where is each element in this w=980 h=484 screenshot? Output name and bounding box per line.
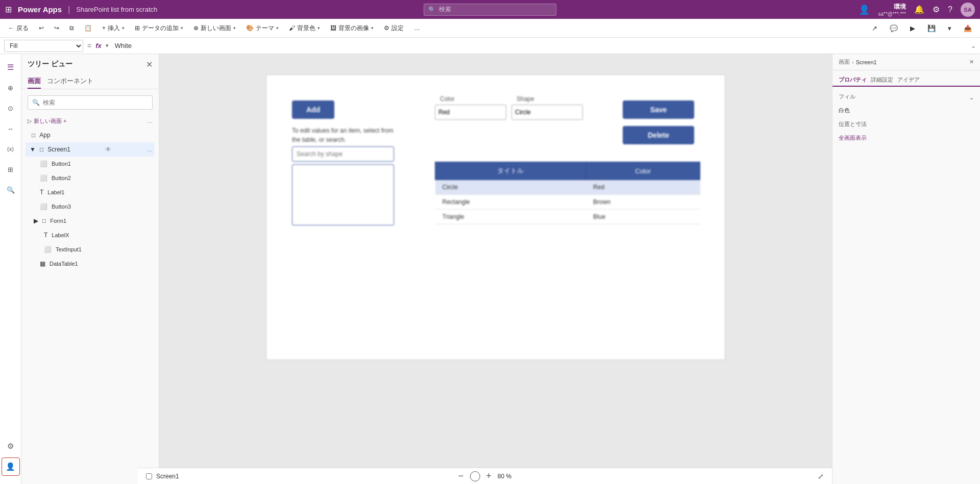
chevron-formula-icon[interactable]: ▾ [106, 42, 109, 49]
canvas-delete-button[interactable]: Delete [623, 126, 694, 144]
expand-formula-icon[interactable]: ⌄ [971, 42, 976, 49]
chevron-down-toolbar[interactable]: ▾ [944, 21, 955, 35]
home-circle-button[interactable] [470, 471, 480, 481]
form-tree-icon: □ [42, 217, 46, 224]
right-panel-tabs: プロパティ 詳細設定 アイデア [832, 70, 980, 87]
insert-button[interactable]: + 挿入 ▾ [98, 21, 129, 35]
tree-item-textinput1[interactable]: ⬜ TextInput1 [26, 242, 155, 257]
redo-button[interactable]: ↪ [50, 21, 63, 35]
canvas-save-button[interactable]: Save [623, 100, 694, 119]
preview-button[interactable]: ▶ [906, 21, 919, 35]
bg-image-icon: 🖼 [330, 24, 336, 32]
table-cell: Brown [586, 195, 700, 210]
canvas-add-button[interactable]: Add [292, 100, 334, 119]
right-panel-close-icon[interactable]: ✕ [969, 59, 974, 65]
chevron-down-icon: ▾ [233, 26, 236, 31]
copy-button[interactable]: ⧉ [65, 21, 78, 35]
settings-button[interactable]: ⚙ 設定 [380, 21, 408, 35]
flows-icon-btn[interactable]: ↔ [2, 119, 20, 138]
table-row[interactable]: Triangle Blue [435, 210, 700, 224]
tree-item-button3[interactable]: ⬜ Button3 [26, 199, 155, 214]
position-section: 位置と寸法 全画面表示 [839, 120, 974, 144]
tree-item-datatable1[interactable]: ▦ DataTable1 [26, 257, 155, 271]
avatar[interactable]: SA [961, 3, 975, 17]
add-data-button[interactable]: ⊞ データの追加 ▾ [131, 21, 187, 35]
help-icon[interactable]: ? [948, 5, 952, 14]
chevron-down-icon: ▾ [276, 26, 279, 31]
more-options-icon[interactable]: … [146, 117, 153, 124]
grid-icon[interactable]: ⊞ [5, 5, 12, 14]
tree-close-button[interactable]: ✕ [146, 60, 153, 69]
fill-value: 白色 [839, 107, 850, 114]
user-detail: sa**@***.*** [878, 11, 906, 17]
paste-button[interactable]: 📋 [80, 21, 96, 35]
user-profile-icon[interactable]: 👤 [859, 4, 870, 15]
tab-properties[interactable]: プロパティ [839, 74, 867, 87]
settings-nav-icon-btn[interactable]: ⚙ [2, 437, 20, 455]
screen-tree-icon: □ [40, 146, 43, 153]
settings-icon: ⚙ [384, 24, 389, 32]
tab-advanced[interactable]: 詳細設定 [871, 74, 893, 87]
theme-button[interactable]: 🎨 テーマ ▾ [242, 21, 283, 35]
publish-button[interactable]: 📤 [960, 21, 976, 35]
tree-item-new-screen[interactable]: ▷ 新しい画面 + … [26, 114, 155, 128]
tab-screen[interactable]: 画面 [28, 74, 41, 89]
new-screen-button[interactable]: ⊕ 新しい画面 ▾ [189, 21, 240, 35]
tree-item-labelx[interactable]: T LabelX [26, 228, 155, 242]
fill-value-row: 白色 [839, 107, 974, 114]
tree-item-button1[interactable]: ⬜ Button1 [26, 157, 155, 171]
notification-icon[interactable]: 🔔 [914, 5, 924, 14]
more-button[interactable]: … [410, 21, 424, 35]
tree-item-button2[interactable]: ⬜ Button2 [26, 171, 155, 185]
settings-gear-icon[interactable]: ⚙ [933, 5, 940, 14]
back-button[interactable]: ← 戻る [4, 21, 33, 35]
canvas-color-input[interactable] [435, 105, 506, 120]
fx-button[interactable]: fx [95, 42, 102, 49]
table-cell: Circle [435, 180, 586, 195]
more-options-icon[interactable]: … [146, 146, 153, 153]
table-row[interactable]: Circle Red [435, 180, 700, 195]
save-cloud-button[interactable]: 💾 [923, 21, 940, 35]
user-nav-icon-btn[interactable]: 👤 [2, 457, 20, 476]
expand-canvas-button[interactable]: ⤢ [818, 472, 824, 480]
formula-input[interactable] [113, 40, 965, 52]
tree-search-box[interactable]: 🔍 [28, 95, 153, 110]
title-divider: | [68, 5, 70, 14]
tree-item-form1[interactable]: ▶ □ Form1 [26, 214, 155, 228]
canvas-frame[interactable]: Add Color Shape To edit values for an it… [266, 74, 725, 360]
bg-image-button[interactable]: 🖼 背景の画像 ▾ [326, 21, 378, 35]
comment-button[interactable]: 💬 [886, 21, 902, 35]
bg-color-button[interactable]: 🖌 背景色 ▾ [285, 21, 324, 35]
tree-item-label1[interactable]: T Label1 [26, 185, 155, 199]
variables-icon-btn[interactable]: (x) [2, 140, 20, 158]
canvas-shape-label: Shape [517, 95, 534, 103]
table-row[interactable]: Rectangle Brown [435, 195, 700, 210]
tab-ideas[interactable]: アイデア [897, 74, 920, 87]
fill-row: フィル ⌄ [839, 93, 974, 103]
data-source-icon-btn[interactable]: ⊙ [2, 99, 20, 117]
property-selector[interactable]: Fill [4, 40, 83, 52]
canvas-shape-input[interactable] [511, 105, 583, 120]
table-header-color: Color [586, 162, 700, 180]
search-nav-icon-btn[interactable]: 🔍 [2, 181, 20, 199]
tree-tabs: 画面 コンポーネント [21, 74, 159, 89]
top-bar-right: 👤 環境 sa**@***.*** 🔔 ⚙ ? SA [859, 3, 975, 17]
global-search[interactable]: 🔍 検索 [424, 4, 556, 16]
tree-item-label: DataTable1 [50, 261, 78, 267]
tree-search-input[interactable] [43, 99, 148, 106]
label-tree-icon: T [44, 232, 47, 239]
layers-icon-btn[interactable]: ⊕ [2, 79, 20, 97]
tab-component[interactable]: コンポーネント [47, 74, 93, 89]
hamburger-icon-btn[interactable]: ☰ [2, 58, 20, 77]
eye-icon[interactable]: 👁 [105, 146, 111, 153]
zoom-out-button[interactable]: − [458, 471, 464, 481]
tree-item-screen1[interactable]: ▼ □ Screen1 👁 … [26, 142, 155, 157]
undo-button[interactable]: ↩ [35, 21, 48, 35]
canvas-search-shape-input[interactable] [292, 146, 394, 162]
media-icon-btn[interactable]: ⊞ [2, 160, 20, 179]
zoom-in-button[interactable]: + [486, 471, 492, 481]
tree-item-app[interactable]: □ App [26, 128, 155, 142]
tree-item-label: 新しい画面 + [34, 117, 66, 125]
share-button[interactable]: ↗ [868, 21, 881, 35]
expand-fill-icon[interactable]: ⌄ [969, 94, 974, 101]
